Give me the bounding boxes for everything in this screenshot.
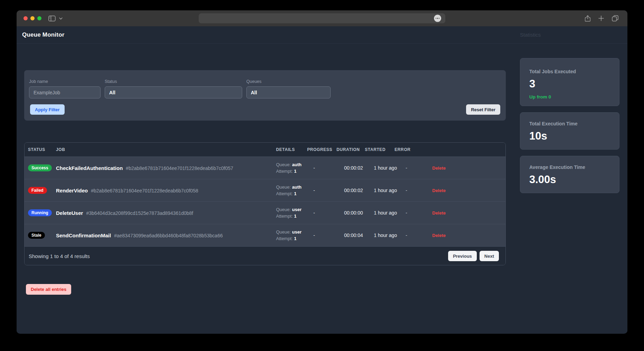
job-started: 1 hour ago xyxy=(365,233,395,238)
job-duration: 00:00:04 xyxy=(337,233,365,238)
table-row: Failed RenderVideo#b2ab8e6781b71604ee701… xyxy=(25,179,505,201)
filter-panel: Job name Status All Queues All xyxy=(24,70,506,121)
column-header-started: STARTED xyxy=(365,147,395,152)
stat-value: 3.00s xyxy=(529,173,610,186)
queues-select-value: All xyxy=(251,90,257,95)
status-badge: Failed xyxy=(28,187,47,194)
next-page-button[interactable]: Next xyxy=(480,251,499,261)
status-badge: Running xyxy=(28,209,52,216)
job-details: Queue: user Attempt: 1 xyxy=(276,229,307,242)
statistics-panel: Total Jobs Executed 3 Up from 0 Total Ex… xyxy=(520,58,619,193)
job-details: Queue: auth Attempt: 1 xyxy=(276,184,307,197)
job-error: - xyxy=(395,165,432,171)
previous-page-button[interactable]: Previous xyxy=(448,251,477,261)
table-row: Success CheckFailedAuthentication#b2ab8e… xyxy=(25,156,505,179)
job-id: #b2ab8e6781b71604ee701f1228edeab6b7c0f05… xyxy=(126,165,233,171)
desktop: Queue Monitor Statistics Job name Status… xyxy=(0,0,644,351)
browser-window: Queue Monitor Statistics Job name Status… xyxy=(17,10,627,334)
queues-field-group: Queues All xyxy=(246,79,331,98)
job-name-label: Job name xyxy=(29,79,101,84)
share-icon[interactable] xyxy=(585,15,590,22)
job-started: 1 hour ago xyxy=(365,188,395,193)
status-badge: Success xyxy=(28,164,52,171)
stat-card-average-execution-time: Average Execution Time 3.00s xyxy=(520,156,619,193)
jobs-table: STATUS JOB DETAILS PROGRESS DURATION STA… xyxy=(24,142,506,265)
job-started: 1 hour ago xyxy=(365,165,395,171)
delete-job-button[interactable]: Delete xyxy=(432,165,446,171)
job-progress: - xyxy=(307,210,337,216)
stat-card-total-jobs: Total Jobs Executed 3 Up from 0 xyxy=(520,58,619,106)
status-select-value: All xyxy=(109,90,115,95)
queues-label: Queues xyxy=(246,79,331,84)
attempt-value: 1 xyxy=(294,214,296,219)
reset-filter-button[interactable]: Reset Filter xyxy=(466,104,500,115)
stat-label: Total Execution Time xyxy=(529,121,610,126)
column-header-duration: DURATION xyxy=(337,147,365,152)
attempt-value: 1 xyxy=(294,236,296,241)
browser-titlebar xyxy=(17,10,627,26)
stat-label: Average Execution Time xyxy=(529,164,610,170)
job-name-field-group: Job name xyxy=(29,79,101,98)
results-summary: Showing 1 to 4 of 4 results xyxy=(29,253,90,259)
delete-job-button[interactable]: Delete xyxy=(432,233,446,238)
delete-all-entries-button[interactable]: Delete all entries xyxy=(26,284,71,295)
chevron-down-icon[interactable] xyxy=(59,17,63,20)
job-duration: 00:00:02 xyxy=(337,188,365,193)
delete-job-button[interactable]: Delete xyxy=(432,210,446,216)
job-name: DeleteUser xyxy=(56,210,83,216)
column-header-details: DETAILS xyxy=(276,147,307,152)
stat-card-total-execution-time: Total Execution Time 10s xyxy=(520,112,619,150)
table-header-row: STATUS JOB DETAILS PROGRESS DURATION STA… xyxy=(25,143,505,156)
page-settings-icon[interactable] xyxy=(434,15,441,22)
status-label: Status xyxy=(105,79,242,84)
job-name-input[interactable] xyxy=(29,86,101,98)
job-progress: - xyxy=(307,188,337,193)
job-error: - xyxy=(395,188,432,193)
status-select[interactable]: All xyxy=(105,86,242,98)
stat-label: Total Jobs Executed xyxy=(529,69,610,74)
job-duration: 00:00:00 xyxy=(337,210,365,216)
column-header-status: STATUS xyxy=(25,147,56,152)
queue-value: auth xyxy=(292,184,301,190)
job-progress: - xyxy=(307,165,337,171)
job-duration: 00:00:02 xyxy=(337,165,365,171)
job-id: #b2ab8e6781b71604ee701f1228edeab6b7c0f05… xyxy=(91,188,198,193)
job-progress: - xyxy=(307,233,337,238)
status-field-group: Status All xyxy=(105,79,242,98)
statistics-section-label: Statistics xyxy=(520,32,541,38)
traffic-lights xyxy=(23,16,41,20)
table-row: Running DeleteUser#3b6404d3ca208f99cd152… xyxy=(25,201,505,224)
queues-select[interactable]: All xyxy=(246,86,331,98)
job-id: #ae83473099ea6ad6bbd460b48fa87028b53bca6… xyxy=(114,233,223,238)
apply-filter-button[interactable]: Apply Filter xyxy=(30,104,65,115)
sidebar-icon[interactable] xyxy=(48,16,56,21)
job-details: Queue: auth Attempt: 1 xyxy=(276,161,307,174)
zoom-window-button[interactable] xyxy=(37,16,41,20)
address-bar[interactable] xyxy=(199,13,445,23)
page-title: Queue Monitor xyxy=(22,31,65,38)
app-header: Queue Monitor Statistics xyxy=(17,26,627,44)
stat-value: 10s xyxy=(529,130,610,142)
attempt-value: 1 xyxy=(294,169,296,174)
new-tab-icon[interactable] xyxy=(598,16,604,21)
job-name: RenderVideo xyxy=(56,188,88,193)
job-id: #3b6404d3ca208f99cd1525e7873ad894361d0b8… xyxy=(86,210,193,216)
close-window-button[interactable] xyxy=(23,16,28,20)
stat-value: 3 xyxy=(529,78,610,90)
queue-value: user xyxy=(292,229,301,235)
delete-job-button[interactable]: Delete xyxy=(432,188,446,193)
minimize-window-button[interactable] xyxy=(30,16,35,20)
column-header-job: JOB xyxy=(56,147,276,152)
queue-value: auth xyxy=(292,162,301,167)
job-started: 1 hour ago xyxy=(365,210,395,216)
column-header-error: ERROR xyxy=(395,147,432,152)
job-details: Queue: user Attempt: 1 xyxy=(276,206,307,219)
column-header-progress: PROGRESS xyxy=(307,147,337,152)
job-name: CheckFailedAuthentication xyxy=(56,165,123,171)
stat-delta: Up from 0 xyxy=(529,94,610,99)
tab-overview-icon[interactable] xyxy=(612,15,618,21)
job-name: SendConfirmationMail xyxy=(56,233,111,238)
job-error: - xyxy=(395,210,432,216)
queue-value: user xyxy=(292,207,301,212)
status-badge: Stale xyxy=(28,232,45,239)
